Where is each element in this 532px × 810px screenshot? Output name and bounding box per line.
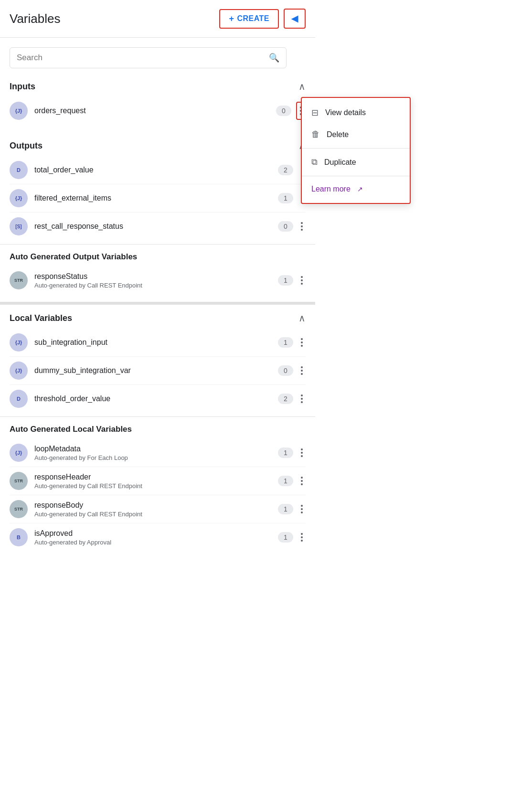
view-details-label: View details (325, 108, 366, 117)
var-icon-j5: {J} (10, 444, 28, 462)
var-menu-sub-integration[interactable] (298, 336, 306, 349)
menu-view-details[interactable]: ⊟ View details (302, 102, 410, 124)
var-icon-j2: {J} (10, 189, 28, 207)
var-icon-s1: [S] (10, 217, 28, 235)
var-menu-rest[interactable] (298, 220, 306, 233)
var-badge-loop-metadata: 1 (278, 448, 293, 458)
var-menu-loop-metadata[interactable] (298, 447, 306, 459)
var-icon-d1: D (10, 161, 28, 179)
var-row-response-body: STR responseBody Auto-generated by Call … (10, 495, 306, 523)
learn-more-label: Learn more (311, 185, 351, 193)
var-menu-response-status[interactable] (298, 274, 306, 287)
var-name-filtered: filtered_external_items (34, 194, 278, 202)
search-box: 🔍 (10, 47, 287, 68)
var-info-loop-metadata: loopMetadata Auto-generated by For Each … (34, 445, 278, 461)
var-menu-dummy[interactable] (298, 364, 306, 377)
menu-delete[interactable]: 🗑 Delete (302, 124, 410, 145)
var-name-threshold: threshold_order_value (34, 394, 278, 403)
collapse-button[interactable]: ◀ (284, 9, 306, 29)
var-info-response-body: responseBody Auto-generated by Call REST… (34, 501, 278, 518)
var-row-orders-request: {J} orders_request 0 ⊟ View details 🗑 De… (10, 97, 306, 125)
delete-label: Delete (327, 130, 349, 139)
var-subtitle-is-approved: Auto-generated by Approval (34, 539, 278, 546)
local-title: Local Variables (10, 313, 72, 323)
var-badge-is-approved: 1 (278, 532, 293, 543)
external-link-icon: ↗ (357, 185, 363, 193)
var-name-is-approved: isApproved (34, 529, 278, 538)
var-subtitle-loop-metadata: Auto-generated by For Each Loop (34, 454, 278, 461)
local-section-header: Local Variables ∧ (10, 312, 306, 324)
auto-local-title: Auto Generated Local Variables (10, 425, 306, 434)
var-name-orders-request: orders_request (34, 107, 276, 115)
var-info-filtered: filtered_external_items (34, 194, 278, 202)
var-badge-threshold: 2 (278, 394, 293, 404)
var-icon-j4: {J} (10, 362, 28, 380)
var-badge-filtered: 1 (278, 193, 293, 203)
var-info-is-approved: isApproved Auto-generated by Approval (34, 529, 278, 546)
var-badge-rest: 0 (278, 221, 293, 232)
var-badge-response-header: 1 (278, 476, 293, 486)
var-badge-orders-request: 0 (276, 106, 291, 116)
var-menu-response-body[interactable] (298, 503, 306, 515)
var-menu-response-header[interactable] (298, 475, 306, 487)
var-info-dummy: dummy_sub_integration_var (34, 366, 278, 375)
var-name-response-status: responseStatus (34, 272, 278, 281)
var-info-threshold: threshold_order_value (34, 394, 278, 403)
plus-icon: + (229, 14, 234, 24)
create-button[interactable]: + CREATE (219, 9, 279, 29)
inputs-section: Inputs ∧ {J} orders_request 0 ⊟ View det… (0, 73, 315, 125)
var-subtitle-response-status: Auto-generated by Call REST Endpoint (34, 282, 278, 289)
inputs-collapse-icon[interactable]: ∧ (298, 81, 306, 92)
var-subtitle-response-header: Auto-generated by Call REST Endpoint (34, 482, 278, 490)
collapse-icon: ◀ (291, 14, 298, 23)
menu-divider2 (302, 176, 410, 176)
duplicate-icon: ⧉ (311, 157, 318, 167)
var-row-response-status: STR responseStatus Auto-generated by Cal… (10, 266, 306, 294)
var-info-rest: rest_call_response_status (34, 222, 278, 231)
auto-output-title: Auto Generated Output Variables (10, 252, 306, 262)
var-subtitle-response-body: Auto-generated by Call REST Endpoint (34, 511, 278, 518)
var-row-rest-call: [S] rest_call_response_status 0 (10, 213, 306, 240)
outputs-section: Outputs ∧ D total_order_value 2 {J} filt… (0, 132, 315, 240)
duplicate-label: Duplicate (324, 158, 356, 167)
var-icon-j3: {J} (10, 333, 28, 352)
var-info-response-status: responseStatus Auto-generated by Call RE… (34, 272, 278, 289)
var-icon-b1: B (10, 528, 28, 546)
local-section: Local Variables ∧ {J} sub_integration_in… (0, 302, 315, 413)
var-name-sub-integration: sub_integration_input (34, 338, 278, 347)
var-icon-d2: D (10, 390, 28, 408)
var-info-orders-request: orders_request (34, 107, 276, 115)
var-badge-dummy: 0 (278, 365, 293, 376)
var-row-response-header: STR responseHeader Auto-generated by Cal… (10, 467, 306, 495)
search-icon: 🔍 (269, 53, 279, 63)
var-info-sub-integration: sub_integration_input (34, 338, 278, 347)
var-icon-str2: STR (10, 472, 28, 490)
var-row-filtered-external: {J} filtered_external_items 1 (10, 184, 306, 213)
var-row-total-order-value: D total_order_value 2 (10, 156, 306, 184)
menu-divider (302, 148, 410, 149)
var-badge-response-body: 1 (278, 504, 293, 514)
auto-output-section: Auto Generated Output Variables STR resp… (0, 244, 315, 294)
var-badge-total: 2 (278, 165, 293, 175)
local-collapse-icon[interactable]: ∧ (298, 312, 306, 324)
var-name-total: total_order_value (34, 166, 278, 174)
var-name-dummy: dummy_sub_integration_var (34, 366, 278, 375)
var-badge-sub-integration: 1 (278, 337, 293, 348)
var-row-dummy: {J} dummy_sub_integration_var 0 (10, 357, 306, 385)
var-info-response-header: responseHeader Auto-generated by Call RE… (34, 473, 278, 490)
var-row-threshold: D threshold_order_value 2 (10, 385, 306, 413)
var-badge-response-status: 1 (278, 275, 293, 286)
var-name-loop-metadata: loopMetadata (34, 445, 278, 453)
search-input[interactable] (17, 53, 269, 63)
menu-learn-more[interactable]: Learn more ↗ (302, 179, 410, 199)
inputs-section-header: Inputs ∧ (10, 81, 306, 92)
var-menu-threshold[interactable] (298, 393, 306, 405)
var-info-total: total_order_value (34, 166, 278, 174)
delete-icon: 🗑 (311, 129, 320, 139)
var-row-sub-integration: {J} sub_integration_input 1 (10, 329, 306, 357)
menu-duplicate[interactable]: ⧉ Duplicate (302, 151, 410, 173)
var-name-response-header: responseHeader (34, 473, 278, 481)
header-actions: + CREATE ◀ (219, 9, 306, 29)
var-menu-is-approved[interactable] (298, 531, 306, 544)
var-row-loop-metadata: {J} loopMetadata Auto-generated by For E… (10, 439, 306, 467)
